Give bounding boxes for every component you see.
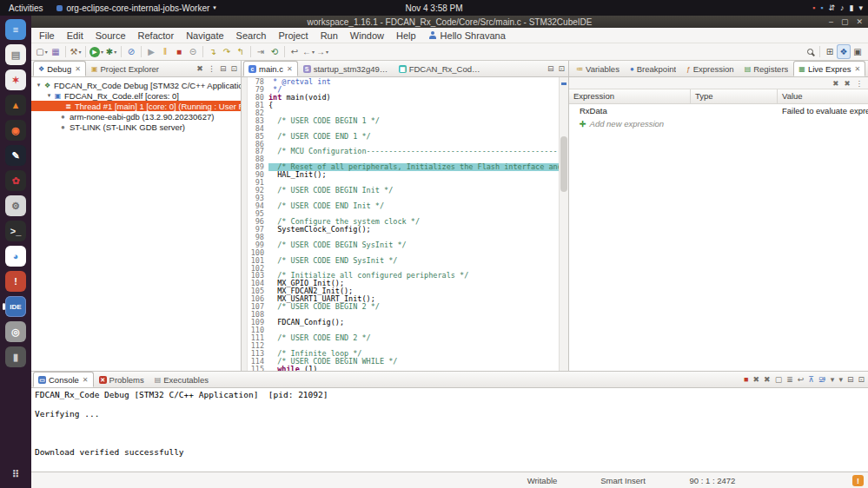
code-line[interactable]: 89 /* Reset of all peripherals, Initiali… xyxy=(248,163,559,171)
expressions-table-header[interactable]: ExpressionTypeValue xyxy=(569,89,868,104)
menu-project[interactable]: Project xyxy=(272,30,314,42)
scrollbar-thumb[interactable] xyxy=(560,136,567,192)
terminate-button[interactable]: ■ xyxy=(172,44,186,59)
launch-run-button[interactable]: ▶▾ xyxy=(89,44,104,59)
tree-item-st-link-st-link-gdb-server[interactable]: ●ST-LINK (ST-LINK GDB server) xyxy=(31,122,241,132)
editor-tab-startup-stm32g491kcux-s[interactable]: Sstartup_stm32g491kcux.s xyxy=(298,61,394,76)
code-line[interactable]: 86 xyxy=(248,141,559,148)
instruction-stepping-button[interactable]: ⇥ xyxy=(254,44,268,59)
code-line[interactable]: 80int main(void) xyxy=(248,94,559,102)
build-button[interactable]: ⚒▾ xyxy=(69,44,83,59)
menu-navigate[interactable]: Navigate xyxy=(180,30,229,42)
code-line[interactable]: 107 /* USER CODE BEGIN 2 */ xyxy=(248,303,559,311)
code-line[interactable]: 83 /* USER CODE BEGIN 1 */ xyxy=(248,117,559,125)
view-menu-icon[interactable]: ⋮ xyxy=(856,79,864,88)
skip-breakpoints-button[interactable]: ⊘ xyxy=(124,44,138,59)
dock-item-chromium[interactable]: ◕ xyxy=(3,245,29,267)
expression-row[interactable]: RxDataFailed to evaluate expression xyxy=(569,104,868,117)
resume-button[interactable]: ▶ xyxy=(144,44,158,59)
code-line[interactable]: 104 MX_GPIO_Init(); xyxy=(248,280,559,287)
close-icon[interactable]: ✕ xyxy=(75,65,81,73)
dock-item-notes[interactable]: ▤ xyxy=(3,43,29,66)
code-line[interactable]: 87 /* MCU Configuration-----------------… xyxy=(248,148,559,155)
code-line[interactable]: 111 /* USER CODE END 2 */ xyxy=(248,334,559,342)
code-editor[interactable]: 78 * @retval int79 */80int main(void)81{… xyxy=(248,77,559,371)
menu-search[interactable]: Search xyxy=(230,30,273,42)
console-output[interactable]: FDCAN_Rx_Code Debug [STM32 C/C++ Applica… xyxy=(31,388,868,472)
code-line[interactable]: 91 xyxy=(248,179,559,187)
code-line[interactable]: 90 HAL_Init(); xyxy=(248,171,559,179)
dock-item-cherrytree[interactable]: ✿ xyxy=(3,169,29,192)
system-tray[interactable]: ▪▪⇵♪▮▾ xyxy=(812,0,863,16)
close-icon[interactable]: ✕ xyxy=(855,65,861,73)
code-line[interactable]: 102 xyxy=(248,265,559,273)
save-button[interactable]: ▦ xyxy=(49,44,63,59)
code-line[interactable]: 109 FDCAN_Config(); xyxy=(248,319,559,326)
menu-edit[interactable]: Edit xyxy=(61,30,89,42)
code-line[interactable]: 97 SystemClock_Config(); xyxy=(248,226,559,234)
remove-all-expressions-icon[interactable]: ✖ xyxy=(844,79,850,88)
maximize-view-icon[interactable]: ⊡ xyxy=(230,64,237,73)
new-wizard-button[interactable]: ▢▾ xyxy=(35,44,49,59)
user-menu[interactable]: Hello Shravana xyxy=(422,30,513,41)
status-cursor-position[interactable]: 90 : 1 : 2472 xyxy=(671,476,754,485)
console-tab-console[interactable]: ▭Console✕ xyxy=(33,372,94,387)
console-tab-problems[interactable]: ✕Problems xyxy=(94,372,149,387)
add-expression-row[interactable]: ✛ Add new expression xyxy=(569,117,868,130)
code-line[interactable]: 84 xyxy=(248,125,559,133)
dock-item-files[interactable]: ≡ xyxy=(3,18,29,41)
battery-icon[interactable]: ▮ xyxy=(850,0,854,16)
back-button[interactable]: ←▾ xyxy=(301,44,315,59)
expressions-tab-registers[interactable]: ▤Registers xyxy=(739,61,794,76)
disconnect-button[interactable]: ⊝ xyxy=(186,44,200,59)
column-header-type[interactable]: Type xyxy=(691,89,778,103)
code-line[interactable]: 96 /* Configure the system clock */ xyxy=(248,218,559,226)
dock-item-usb-tool[interactable]: ▮ xyxy=(3,346,29,368)
dock-item-media-app[interactable]: ✶ xyxy=(3,69,29,91)
close-icon[interactable]: ✕ xyxy=(83,376,89,384)
code-line[interactable]: 99 /* USER CODE BEGIN SysInit */ xyxy=(248,241,559,249)
column-header-value[interactable]: Value xyxy=(778,89,868,103)
expander-icon[interactable]: ▾ xyxy=(45,92,53,99)
remove-all-launches-icon[interactable]: ✖ xyxy=(764,375,771,384)
open-console-caret-icon[interactable]: ▾ xyxy=(838,375,843,384)
maximize-view-icon[interactable]: ⊡ xyxy=(558,64,565,73)
dock-item-firefox[interactable]: ◉ xyxy=(3,119,29,142)
last-edit-button[interactable]: ↩ xyxy=(288,44,301,59)
code-line[interactable]: 95 xyxy=(248,210,559,218)
editor-tab-main-c[interactable]: cmain.c✕ xyxy=(243,61,298,76)
menu-file[interactable]: File xyxy=(33,30,61,42)
clear-console-icon[interactable]: ▢ xyxy=(775,375,783,384)
debug-perspective-button[interactable]: ❖ xyxy=(837,44,851,59)
code-line[interactable]: 85 /* USER CODE END 1 */ xyxy=(248,133,559,141)
network-icon[interactable]: ⇵ xyxy=(828,0,835,16)
code-line[interactable]: 112 xyxy=(248,342,559,350)
code-line[interactable]: 113 /* Infinite loop */ xyxy=(248,350,559,358)
code-line[interactable]: 88 xyxy=(248,155,559,163)
remove-expression-icon[interactable]: ✖ xyxy=(832,79,838,88)
dock-item-updates[interactable]: ! xyxy=(3,270,29,293)
menu-refactor[interactable]: Refactor xyxy=(132,30,181,42)
view-menu-icon[interactable]: ⋮ xyxy=(208,64,215,73)
pin-console-icon[interactable]: ⊼ xyxy=(808,375,814,384)
tree-item-fdcan-rx-code-debug-stm32-c-c-[interactable]: ▾❖FDCAN_Rx_Code Debug [STM32 C/C++ Appli… xyxy=(31,80,241,90)
step-return-button[interactable]: ↰ xyxy=(234,44,248,59)
tree-item-arm-none-eabi-gdb-13-2-90-2023[interactable]: ●arm-none-eabi-gdb (13.2.90.20230627) xyxy=(31,111,241,122)
console-tab-executables[interactable]: ▤Executables xyxy=(149,372,214,387)
dock-item-text-editor[interactable]: ✎ xyxy=(3,144,29,167)
code-line[interactable]: 108 xyxy=(248,311,559,319)
step-into-button[interactable]: ↴ xyxy=(206,44,220,59)
expander-icon[interactable]: ▾ xyxy=(35,82,43,89)
expressions-tab-breakpoint[interactable]: ●Breakpoint xyxy=(625,61,681,76)
code-line[interactable]: 101 /* USER CODE END SysInit */ xyxy=(248,257,559,265)
minimize-view-icon[interactable]: ⊟ xyxy=(220,64,227,73)
maximize-view-icon[interactable]: ⊡ xyxy=(858,375,865,384)
code-line[interactable]: 94 /* USER CODE END Init */ xyxy=(248,202,559,210)
menu-source[interactable]: Source xyxy=(89,30,132,42)
code-line[interactable]: 93 xyxy=(248,195,559,202)
menu-help[interactable]: Help xyxy=(390,30,422,42)
dock-item-show-apps[interactable]: ⠿ xyxy=(3,463,29,485)
code-line[interactable]: 79 */ xyxy=(248,86,559,94)
debug-tab-project-explorer[interactable]: ▣Project Explorer xyxy=(86,61,164,76)
c-cpp-perspective-button[interactable]: ▣ xyxy=(851,44,865,59)
